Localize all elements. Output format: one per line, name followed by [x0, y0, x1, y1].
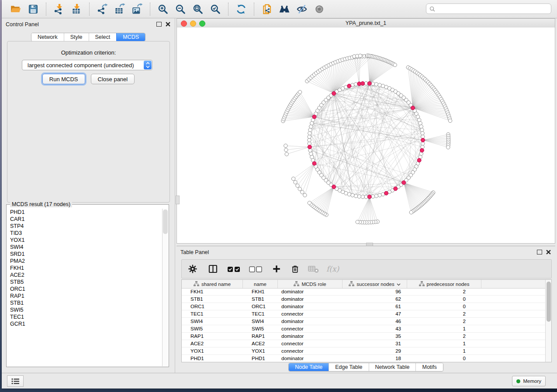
table-row[interactable]: FKH1FKH1dominator962 — [182, 288, 546, 296]
tab-edge-table[interactable]: Edge Table — [329, 363, 368, 371]
column-header-successor-nodes[interactable]: successor nodes — [343, 280, 407, 288]
clone-network-icon[interactable] — [258, 2, 276, 16]
tab-network[interactable]: Network — [31, 33, 64, 41]
graph-node[interactable] — [420, 128, 424, 131]
graph-node-mcds[interactable] — [402, 181, 406, 185]
tab-motifs[interactable]: Motifs — [415, 363, 443, 371]
export-table-icon[interactable] — [111, 2, 128, 16]
mcds-result-item[interactable]: FKH1 — [7, 265, 162, 272]
mcds-result-item[interactable]: PHD1 — [7, 209, 162, 216]
graph-node[interactable] — [296, 184, 299, 187]
memory-button[interactable]: Memory — [512, 376, 546, 386]
mcds-result-item[interactable]: TID3 — [7, 230, 162, 237]
network-window-titlebar[interactable]: YPA_prune.txt_1 — [177, 19, 555, 28]
tab-select[interactable]: Select — [89, 33, 117, 41]
graph-node-mcds[interactable] — [332, 185, 336, 189]
graph-node[interactable] — [446, 145, 450, 149]
close-panel-button[interactable]: Close panel — [91, 74, 135, 84]
mcds-result-item[interactable]: SWI5 — [7, 306, 162, 313]
add-column-icon[interactable] — [272, 264, 281, 274]
graph-node-mcds[interactable] — [347, 84, 351, 88]
mcds-result-list[interactable]: PHD1CAR1STP4TID3YOX1SWI4SRD1PMA2FKH1ACE2… — [7, 209, 162, 366]
graph-node[interactable] — [303, 193, 307, 197]
mcds-list-scrollbar[interactable] — [162, 209, 168, 366]
graph-node[interactable] — [361, 195, 364, 199]
graph-node[interactable] — [371, 195, 375, 198]
show-columns-icon[interactable] — [208, 264, 218, 274]
search-input[interactable] — [437, 5, 551, 12]
tab-network-table[interactable]: Network Table — [369, 363, 416, 371]
graph-node[interactable] — [421, 131, 424, 135]
zoom-in-icon[interactable] — [154, 2, 172, 16]
deselect-all-icon[interactable] — [249, 265, 264, 273]
graph-node[interactable] — [308, 128, 312, 131]
column-header-predecessor-nodes[interactable]: predecessor nodes — [407, 280, 481, 288]
graph-node[interactable] — [308, 142, 311, 145]
select-all-icon[interactable] — [227, 265, 242, 273]
mcds-result-item[interactable]: YOX1 — [7, 237, 162, 244]
graph-node-mcds[interactable] — [367, 195, 371, 199]
graph-node[interactable] — [357, 195, 361, 198]
graph-node[interactable] — [284, 144, 287, 148]
mcds-result-item[interactable]: ACE2 — [7, 272, 162, 279]
tab-mcds[interactable]: MCDS — [116, 33, 145, 41]
delete-column-icon[interactable] — [290, 264, 300, 274]
graph-node[interactable] — [351, 193, 354, 197]
graph-node[interactable] — [378, 83, 381, 87]
float-table-panel-icon[interactable] — [537, 250, 542, 254]
graph-node[interactable] — [310, 155, 314, 159]
graph-node-mcds[interactable] — [384, 191, 388, 195]
graph-node[interactable] — [298, 187, 301, 191]
table-row[interactable]: ACE2ACE2connector311 — [182, 340, 546, 347]
mcds-result-item[interactable]: STB1 — [7, 299, 162, 306]
graph-node[interactable] — [371, 82, 375, 86]
mcds-result-item[interactable]: CAR1 — [7, 216, 162, 223]
mcds-result-item[interactable]: SWI4 — [7, 244, 162, 251]
graph-node[interactable] — [356, 220, 359, 224]
import-table-icon[interactable] — [68, 2, 85, 16]
graph-node[interactable] — [409, 210, 413, 214]
table-row[interactable]: ORC1ORC1dominator610 — [182, 303, 546, 310]
graph-node[interactable] — [374, 194, 378, 198]
vertical-splitter-handle[interactable] — [176, 196, 180, 204]
zoom-selected-icon[interactable] — [207, 2, 224, 16]
zoom-fit-icon[interactable] — [189, 2, 207, 16]
graph-node-mcds[interactable] — [312, 115, 316, 119]
network-canvas[interactable] — [177, 28, 555, 243]
table-settings-icon[interactable] — [187, 264, 198, 274]
graph-node[interactable] — [308, 135, 311, 138]
graph-node-mcds[interactable] — [308, 145, 311, 149]
graph-node[interactable] — [285, 152, 288, 156]
mcds-result-item[interactable]: SRD1 — [7, 251, 162, 258]
mcds-result-item[interactable]: STB5 — [7, 279, 162, 285]
column-header-name[interactable]: name — [243, 280, 278, 288]
export-network-icon[interactable] — [93, 2, 111, 16]
graph-node[interactable] — [358, 54, 362, 58]
table-scrollbar[interactable] — [545, 280, 551, 362]
graph-node-mcds[interactable] — [332, 92, 336, 96]
graph-node[interactable] — [419, 125, 423, 128]
graph-node[interactable] — [354, 194, 357, 198]
graph-node-mcds[interactable] — [417, 158, 421, 162]
close-panel-icon[interactable] — [166, 22, 170, 27]
graph-node-mcds[interactable] — [312, 162, 316, 165]
tab-node-table[interactable]: Node Table — [289, 363, 329, 371]
graph-node-mcds[interactable] — [367, 82, 371, 86]
tab-style[interactable]: Style — [64, 33, 89, 41]
graph-node-mcds[interactable] — [411, 106, 415, 110]
graph-node[interactable] — [291, 177, 295, 180]
graph-node[interactable] — [308, 201, 311, 205]
task-history-button[interactable] — [7, 375, 24, 387]
column-header-MCDS-role[interactable]: MCDS role — [278, 280, 343, 288]
graph-node[interactable] — [301, 190, 304, 194]
column-header-shared-name[interactable]: shared name — [182, 280, 243, 288]
graph-node[interactable] — [419, 121, 422, 125]
graph-node-mcds[interactable] — [361, 82, 365, 86]
graph-node[interactable] — [308, 131, 311, 135]
mcds-result-item[interactable]: GCR1 — [7, 320, 162, 327]
table-row[interactable]: SWI5SWI5connector431 — [182, 325, 546, 333]
export-image-icon[interactable] — [128, 2, 146, 16]
graph-node[interactable] — [378, 193, 381, 197]
graph-node[interactable] — [393, 63, 397, 67]
table-row[interactable]: STB1STB1dominator620 — [182, 296, 546, 303]
